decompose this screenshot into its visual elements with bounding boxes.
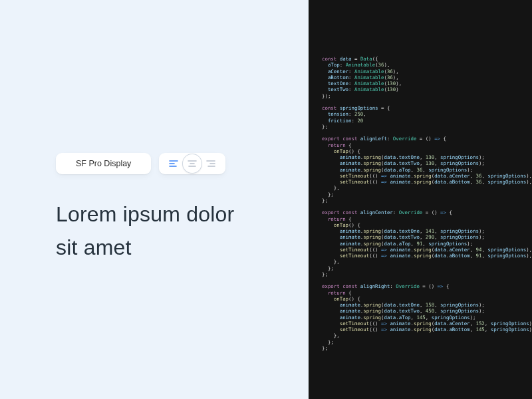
align-right-button[interactable]	[201, 154, 220, 173]
align-button-group	[159, 153, 225, 174]
font-select-button[interactable]: SF Pro Display	[56, 153, 151, 174]
preview-panel: SF Pro Display	[0, 0, 309, 399]
align-left-icon	[169, 160, 178, 168]
align-right-icon	[206, 160, 215, 168]
code-panel: const data = Data({ aTop: Animatable(36)…	[309, 0, 532, 399]
align-center-icon	[188, 160, 197, 168]
headline-text: Lorem ipsum dolor sit amet	[56, 198, 253, 264]
align-left-button[interactable]	[164, 154, 183, 173]
code-block: const data = Data({ aTop: Animatable(36)…	[322, 56, 532, 351]
font-select-label: SF Pro Display	[76, 159, 131, 168]
controls-row: SF Pro Display	[56, 153, 253, 174]
align-center-button[interactable]	[183, 154, 201, 173]
